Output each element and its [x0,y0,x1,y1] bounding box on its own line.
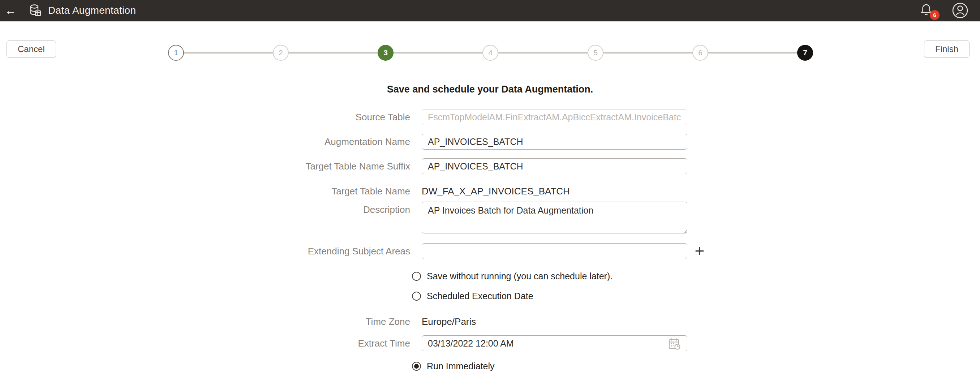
augmentation-name-input[interactable] [422,134,687,149]
target-table-name-label: Target Table Name [0,183,410,199]
notification-count-badge: 6 [930,10,940,20]
wizard-stepper: 1 2 3 4 5 6 7 [176,45,805,61]
target-table-name-suffix-label: Target Table Name Suffix [0,158,410,174]
radio-label: Save without running (you can schedule l… [427,271,612,281]
notifications-button[interactable]: 6 [920,3,933,18]
cancel-button[interactable]: Cancel [6,40,56,58]
user-avatar-icon[interactable] [952,2,969,19]
radio-circle-icon [412,272,421,281]
radio-label: Scheduled Execution Date [427,291,533,301]
form-heading: Save and schedule your Data Augmentation… [0,84,980,95]
time-zone-value: Europe/Paris [422,314,476,329]
radio-circle-icon [412,292,421,300]
target-table-name-value: DW_FA_X_AP_INVOICES_BATCH [422,183,570,199]
source-table-label: Source Table [0,109,410,125]
description-label: Description [0,202,410,218]
time-zone-label: Time Zone [0,314,410,329]
step-4[interactable]: 4 [482,45,498,61]
step-6[interactable]: 6 [692,45,708,61]
step-1[interactable]: 1 [168,45,184,61]
step-3[interactable]: 3 [378,45,393,61]
radio-selected-icon [412,362,421,371]
finish-button[interactable]: Finish [924,40,969,58]
step-5[interactable]: 5 [587,45,603,61]
calendar-clock-icon[interactable] [668,337,681,350]
radio-label: Run Immediately [427,361,495,372]
step-2[interactable]: 2 [273,45,289,61]
radio-run-immediately[interactable]: Run Immediately [412,361,495,372]
page-title: Data Augmentation [48,5,136,16]
plus-icon[interactable]: + [692,242,708,260]
radio-scheduled-execution-date[interactable]: Scheduled Execution Date [412,291,533,301]
extending-subject-areas-input[interactable] [422,243,687,259]
header-actions: 6 [920,2,980,19]
extract-time-input[interactable] [422,335,687,351]
extract-time-label: Extract Time [0,335,410,351]
back-arrow-icon[interactable]: ← [0,0,21,21]
target-table-name-suffix-input[interactable] [422,158,687,174]
app-header: ← Data Augmentation 6 [0,0,980,21]
data-augmentation-app-icon [29,4,41,17]
radio-save-without-running[interactable]: Save without running (you can schedule l… [412,271,612,281]
source-table-input [422,109,687,125]
step-7[interactable]: 7 [797,45,813,61]
augmentation-name-label: Augmentation Name [0,134,410,149]
extending-subject-areas-label: Extending Subject Areas [0,243,410,259]
description-textarea[interactable]: AP Invoices Batch for Data Augmentation [422,202,687,234]
